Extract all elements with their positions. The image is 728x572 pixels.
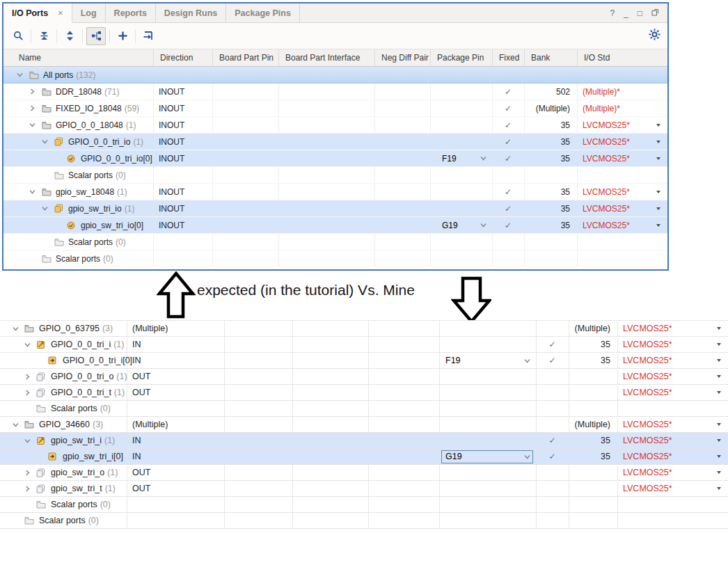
package-pin-value[interactable]: G19 bbox=[445, 449, 462, 464]
tab-package-pins[interactable]: Package Pins bbox=[226, 3, 300, 22]
group-by-interface-button[interactable] bbox=[86, 27, 106, 45]
io-std-dropdown-icon[interactable] bbox=[656, 124, 660, 127]
table-row[interactable]: gpio_sw_tri_i[0]ING19✓35LVCMOS25* bbox=[0, 449, 728, 465]
io-std-dropdown-icon[interactable] bbox=[656, 207, 660, 210]
package-pin-dropdown-icon[interactable] bbox=[480, 217, 487, 233]
fixed-checkmark[interactable]: ✓ bbox=[536, 449, 569, 464]
chevron-down-icon[interactable] bbox=[41, 200, 49, 216]
chevron-down-icon[interactable] bbox=[24, 337, 31, 352]
package-pin-value[interactable]: F19 bbox=[442, 150, 457, 166]
expand-all-button[interactable] bbox=[61, 28, 79, 45]
package-pin-dropdown-icon[interactable] bbox=[480, 150, 487, 166]
io-std-dropdown-icon[interactable] bbox=[656, 224, 660, 227]
table-row[interactable]: Scalar ports(0) bbox=[0, 401, 728, 417]
fixed-checkmark[interactable]: ✓ bbox=[492, 184, 524, 200]
table-row[interactable]: FIXED_IO_18048(59)INOUT✓(Multiple)(Multi… bbox=[3, 100, 667, 117]
io-std-dropdown-icon[interactable] bbox=[717, 471, 721, 474]
minimize-icon[interactable]: _ bbox=[624, 9, 628, 17]
table-row[interactable]: Scalar ports(0) bbox=[3, 167, 667, 184]
chevron-down-icon[interactable] bbox=[16, 67, 24, 83]
package-pin-value[interactable]: F19 bbox=[445, 353, 461, 368]
chevron-right-icon[interactable] bbox=[24, 481, 31, 496]
collapse-all-button[interactable] bbox=[35, 28, 53, 45]
tab-log[interactable]: Log bbox=[72, 3, 106, 22]
fixed-checkmark[interactable]: ✓ bbox=[536, 337, 569, 352]
maximize-icon[interactable]: □ bbox=[638, 9, 642, 17]
package-pin-dropdown-icon[interactable] bbox=[523, 449, 531, 464]
chevron-down-icon[interactable] bbox=[41, 134, 49, 150]
chevron-down-icon[interactable] bbox=[24, 433, 31, 448]
table-row[interactable]: gpio_sw_tri_o(1)OUTLVCMOS25* bbox=[0, 465, 728, 481]
help-icon[interactable]: ? bbox=[610, 9, 615, 17]
table-row[interactable]: GPIO_0_0_tri_i(1)IN✓35LVCMOS25* bbox=[0, 337, 728, 353]
fixed-checkmark[interactable]: ✓ bbox=[536, 353, 569, 368]
io-std-dropdown-icon[interactable] bbox=[717, 343, 721, 346]
chevron-down-icon[interactable] bbox=[12, 417, 19, 432]
fixed-checkmark[interactable]: ✓ bbox=[536, 433, 569, 448]
table-row[interactable]: GPIO_0_0_tri_t(1)OUTLVCMOS25* bbox=[0, 385, 728, 401]
table-row[interactable]: gpio_sw_tri_io[0]INOUTG19✓35LVCMOS25* bbox=[3, 217, 667, 234]
table-row[interactable]: GPIO_0_0_tri_o(1)OUTLVCMOS25* bbox=[0, 369, 728, 385]
fixed-checkmark[interactable]: ✓ bbox=[492, 150, 524, 166]
column-header-bank[interactable]: Bank bbox=[524, 49, 577, 66]
fixed-checkmark[interactable]: ✓ bbox=[492, 84, 524, 100]
chevron-down-icon[interactable] bbox=[12, 321, 19, 336]
io-std-dropdown-icon[interactable] bbox=[717, 423, 721, 426]
table-row[interactable]: GPIO_0_0_tri_io(1)INOUT✓35LVCMOS25* bbox=[3, 134, 667, 150]
table-row[interactable]: GPIO_0_0_tri_i[0]INF19✓35LVCMOS25* bbox=[0, 353, 728, 369]
table-row[interactable]: GPIO_0_0_18048(1)INOUT✓35LVCMOS25* bbox=[3, 117, 667, 134]
column-header-neg-diff-pair[interactable]: Neg Diff Pair bbox=[374, 49, 430, 66]
column-header-package-pin[interactable]: Package Pin bbox=[430, 49, 492, 66]
io-std-dropdown-icon[interactable] bbox=[656, 157, 660, 160]
column-header-board-part-interface[interactable]: Board Part Interface bbox=[278, 49, 374, 66]
tab-io-ports[interactable]: I/O Ports × bbox=[3, 3, 72, 23]
package-pin-dropdown-icon[interactable] bbox=[523, 353, 531, 368]
table-row[interactable]: All ports(132) bbox=[3, 67, 667, 84]
settings-button[interactable] bbox=[649, 29, 660, 43]
chevron-down-icon[interactable] bbox=[29, 184, 36, 200]
tab-design-runs[interactable]: Design Runs bbox=[156, 3, 226, 22]
package-pin-value[interactable]: G19 bbox=[442, 217, 458, 233]
io-std-dropdown-icon[interactable] bbox=[717, 455, 721, 458]
io-std-dropdown-icon[interactable] bbox=[717, 327, 721, 330]
chevron-right-icon[interactable] bbox=[24, 465, 31, 480]
table-row[interactable]: GPIO_34660(3)(Multiple)(Multiple)LVCMOS2… bbox=[0, 417, 728, 433]
table-row[interactable]: Scalar ports(0) bbox=[0, 513, 728, 529]
tab-reports[interactable]: Reports bbox=[106, 3, 156, 22]
table-row[interactable]: Scalar ports(0) bbox=[3, 251, 667, 267]
io-std-dropdown-icon[interactable] bbox=[717, 391, 721, 394]
table-row[interactable]: gpio_sw_18048(1)INOUT✓35LVCMOS25* bbox=[3, 184, 667, 200]
fixed-checkmark[interactable]: ✓ bbox=[492, 134, 524, 150]
io-std-dropdown-icon[interactable] bbox=[656, 191, 660, 193]
chevron-down-icon[interactable] bbox=[29, 117, 36, 133]
close-icon[interactable]: × bbox=[58, 8, 63, 18]
table-row[interactable]: Scalar ports(0) bbox=[0, 497, 728, 513]
table-row[interactable]: DDR_18048(71)INOUT✓502(Multiple)* bbox=[3, 84, 667, 100]
search-button[interactable] bbox=[9, 28, 27, 45]
io-std-dropdown-icon[interactable] bbox=[717, 487, 721, 490]
fixed-checkmark[interactable]: ✓ bbox=[492, 200, 524, 216]
fixed-checkmark[interactable]: ✓ bbox=[492, 217, 524, 233]
place-ports-button[interactable] bbox=[139, 28, 157, 45]
table-row[interactable]: gpio_sw_tri_t(1)OUTLVCMOS25* bbox=[0, 481, 728, 497]
column-header-board-part-pin[interactable]: Board Part Pin bbox=[212, 49, 278, 66]
chevron-right-icon[interactable] bbox=[29, 84, 36, 100]
column-header-fixed[interactable]: Fixed bbox=[492, 49, 524, 66]
io-std-dropdown-icon[interactable] bbox=[656, 141, 660, 143]
io-std-dropdown-icon[interactable] bbox=[717, 375, 721, 378]
fixed-checkmark[interactable]: ✓ bbox=[492, 100, 524, 116]
io-std-dropdown-icon[interactable] bbox=[717, 359, 721, 362]
table-row[interactable]: gpio_sw_tri_io(1)INOUT✓35LVCMOS25* bbox=[3, 200, 667, 217]
table-row[interactable]: GPIO_0_63795(3)(Multiple)(Multiple)LVCMO… bbox=[0, 321, 728, 337]
float-icon[interactable] bbox=[651, 8, 659, 17]
io-std-dropdown-icon[interactable] bbox=[717, 439, 721, 442]
fixed-checkmark[interactable]: ✓ bbox=[492, 117, 524, 133]
chevron-right-icon[interactable] bbox=[24, 369, 31, 384]
create-port-button[interactable] bbox=[113, 28, 132, 45]
table-row[interactable]: GPIO_0_0_tri_io[0]INOUTF19✓35LVCMOS25* bbox=[3, 150, 667, 167]
column-header-i-o-std[interactable]: I/O Std bbox=[577, 49, 667, 66]
chevron-right-icon[interactable] bbox=[24, 385, 31, 400]
column-header-direction[interactable]: Direction bbox=[153, 49, 212, 66]
table-row[interactable]: gpio_sw_tri_i(1)IN✓35LVCMOS25* bbox=[0, 433, 728, 449]
column-header-name[interactable]: Name bbox=[3, 49, 153, 66]
